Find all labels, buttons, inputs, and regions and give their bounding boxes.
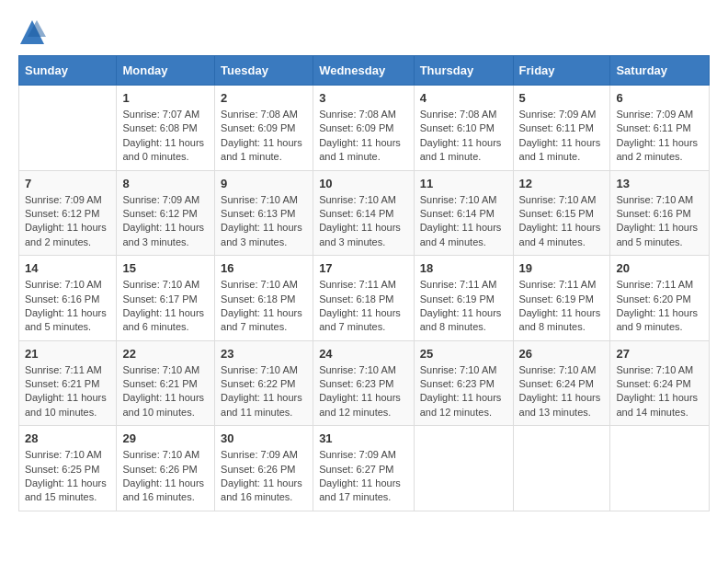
day-info: Sunrise: 7:09 AM Sunset: 6:26 PM Dayligh…: [221, 448, 307, 505]
day-number: 2: [221, 91, 307, 105]
calendar-cell: 21Sunrise: 7:11 AM Sunset: 6:21 PM Dayli…: [19, 340, 117, 426]
calendar-cell: 4Sunrise: 7:08 AM Sunset: 6:10 PM Daylig…: [414, 86, 513, 171]
day-info: Sunrise: 7:10 AM Sunset: 6:25 PM Dayligh…: [25, 448, 110, 505]
calendar-cell: 8Sunrise: 7:09 AM Sunset: 6:12 PM Daylig…: [117, 170, 215, 256]
week-row-3: 14Sunrise: 7:10 AM Sunset: 6:16 PM Dayli…: [19, 256, 710, 341]
calendar-cell: 20Sunrise: 7:11 AM Sunset: 6:20 PM Dayli…: [610, 256, 710, 341]
calendar-cell: 7Sunrise: 7:09 AM Sunset: 6:12 PM Daylig…: [19, 170, 117, 256]
day-number: 15: [122, 261, 209, 275]
week-row-2: 7Sunrise: 7:09 AM Sunset: 6:12 PM Daylig…: [19, 170, 710, 256]
calendar-cell: 18Sunrise: 7:11 AM Sunset: 6:19 PM Dayli…: [414, 256, 513, 341]
day-info: Sunrise: 7:08 AM Sunset: 6:09 PM Dayligh…: [221, 108, 307, 165]
day-number: 7: [25, 177, 110, 190]
calendar-cell: 14Sunrise: 7:10 AM Sunset: 6:16 PM Dayli…: [19, 256, 117, 341]
calendar-cell: 22Sunrise: 7:10 AM Sunset: 6:21 PM Dayli…: [117, 340, 215, 426]
calendar-cell: 26Sunrise: 7:10 AM Sunset: 6:24 PM Dayli…: [513, 340, 610, 426]
day-info: Sunrise: 7:10 AM Sunset: 6:14 PM Dayligh…: [420, 193, 507, 250]
calendar-cell: 13Sunrise: 7:10 AM Sunset: 6:16 PM Dayli…: [610, 170, 710, 256]
calendar-cell: [513, 426, 610, 511]
day-info: Sunrise: 7:09 AM Sunset: 6:12 PM Dayligh…: [122, 193, 209, 250]
calendar-cell: 25Sunrise: 7:10 AM Sunset: 6:23 PM Dayli…: [414, 340, 513, 426]
calendar-header: SundayMondayTuesdayWednesdayThursdayFrid…: [19, 56, 710, 86]
day-info: Sunrise: 7:10 AM Sunset: 6:21 PM Dayligh…: [122, 363, 209, 420]
day-number: 13: [616, 177, 703, 190]
calendar-cell: 16Sunrise: 7:10 AM Sunset: 6:18 PM Dayli…: [215, 256, 313, 341]
calendar-cell: 10Sunrise: 7:10 AM Sunset: 6:14 PM Dayli…: [313, 170, 415, 256]
day-info: Sunrise: 7:07 AM Sunset: 6:08 PM Dayligh…: [122, 108, 209, 165]
header-day-sunday: Sunday: [19, 56, 117, 86]
header: [18, 18, 710, 46]
day-number: 4: [420, 91, 507, 105]
day-info: Sunrise: 7:10 AM Sunset: 6:17 PM Dayligh…: [122, 278, 209, 335]
day-number: 25: [420, 347, 507, 361]
calendar-cell: 1Sunrise: 7:07 AM Sunset: 6:08 PM Daylig…: [117, 86, 215, 171]
day-info: Sunrise: 7:11 AM Sunset: 6:19 PM Dayligh…: [420, 278, 507, 335]
calendar-cell: 9Sunrise: 7:10 AM Sunset: 6:13 PM Daylig…: [215, 170, 313, 256]
calendar-table: SundayMondayTuesdayWednesdayThursdayFrid…: [18, 55, 710, 511]
header-day-wednesday: Wednesday: [313, 56, 415, 86]
calendar-cell: 6Sunrise: 7:09 AM Sunset: 6:11 PM Daylig…: [610, 86, 710, 171]
day-number: 26: [519, 347, 605, 361]
day-number: 16: [221, 261, 307, 275]
day-info: Sunrise: 7:09 AM Sunset: 6:12 PM Dayligh…: [25, 193, 110, 250]
day-number: 23: [221, 347, 307, 361]
day-info: Sunrise: 7:10 AM Sunset: 6:23 PM Dayligh…: [420, 363, 507, 420]
header-day-tuesday: Tuesday: [215, 56, 313, 86]
day-number: 29: [122, 431, 209, 445]
calendar-cell: 30Sunrise: 7:09 AM Sunset: 6:26 PM Dayli…: [215, 426, 313, 511]
logo: [18, 18, 50, 46]
day-info: Sunrise: 7:10 AM Sunset: 6:16 PM Dayligh…: [25, 278, 110, 335]
calendar-cell: 27Sunrise: 7:10 AM Sunset: 6:24 PM Dayli…: [610, 340, 710, 426]
day-info: Sunrise: 7:10 AM Sunset: 6:15 PM Dayligh…: [519, 193, 605, 250]
day-number: 31: [319, 431, 408, 445]
calendar-cell: 3Sunrise: 7:08 AM Sunset: 6:09 PM Daylig…: [313, 86, 415, 171]
day-number: 12: [519, 177, 605, 190]
calendar-cell: 15Sunrise: 7:10 AM Sunset: 6:17 PM Dayli…: [117, 256, 215, 341]
calendar-cell: 2Sunrise: 7:08 AM Sunset: 6:09 PM Daylig…: [215, 86, 313, 171]
header-day-monday: Monday: [117, 56, 215, 86]
week-row-4: 21Sunrise: 7:11 AM Sunset: 6:21 PM Dayli…: [19, 340, 710, 426]
day-number: 22: [122, 347, 209, 361]
day-info: Sunrise: 7:11 AM Sunset: 6:19 PM Dayligh…: [519, 278, 605, 335]
day-number: 10: [319, 177, 408, 190]
header-day-thursday: Thursday: [414, 56, 513, 86]
logo-icon: [18, 18, 46, 46]
calendar-cell: 17Sunrise: 7:11 AM Sunset: 6:18 PM Dayli…: [313, 256, 415, 341]
day-number: 5: [519, 91, 605, 105]
calendar-cell: 5Sunrise: 7:09 AM Sunset: 6:11 PM Daylig…: [513, 86, 610, 171]
calendar-cell: 11Sunrise: 7:10 AM Sunset: 6:14 PM Dayli…: [414, 170, 513, 256]
day-number: 17: [319, 261, 408, 275]
day-number: 11: [420, 177, 507, 190]
day-info: Sunrise: 7:10 AM Sunset: 6:22 PM Dayligh…: [221, 363, 307, 420]
calendar-cell: [19, 86, 117, 171]
day-number: 27: [616, 347, 703, 361]
header-day-friday: Friday: [513, 56, 610, 86]
week-row-1: 1Sunrise: 7:07 AM Sunset: 6:08 PM Daylig…: [19, 86, 710, 171]
day-info: Sunrise: 7:11 AM Sunset: 6:20 PM Dayligh…: [616, 278, 703, 335]
header-row: SundayMondayTuesdayWednesdayThursdayFrid…: [19, 56, 710, 86]
calendar-cell: 19Sunrise: 7:11 AM Sunset: 6:19 PM Dayli…: [513, 256, 610, 341]
day-info: Sunrise: 7:10 AM Sunset: 6:24 PM Dayligh…: [519, 363, 605, 420]
day-info: Sunrise: 7:09 AM Sunset: 6:11 PM Dayligh…: [616, 108, 703, 165]
day-info: Sunrise: 7:09 AM Sunset: 6:27 PM Dayligh…: [319, 448, 408, 505]
day-number: 21: [25, 347, 110, 361]
day-info: Sunrise: 7:10 AM Sunset: 6:26 PM Dayligh…: [122, 448, 209, 505]
day-number: 9: [221, 177, 307, 190]
day-info: Sunrise: 7:10 AM Sunset: 6:16 PM Dayligh…: [616, 193, 703, 250]
day-info: Sunrise: 7:11 AM Sunset: 6:21 PM Dayligh…: [25, 363, 110, 420]
day-number: 6: [616, 91, 703, 105]
calendar-cell: [414, 426, 513, 511]
day-number: 20: [616, 261, 703, 275]
day-number: 1: [122, 91, 209, 105]
calendar-cell: 31Sunrise: 7:09 AM Sunset: 6:27 PM Dayli…: [313, 426, 415, 511]
calendar-body: 1Sunrise: 7:07 AM Sunset: 6:08 PM Daylig…: [19, 86, 710, 511]
day-number: 24: [319, 347, 408, 361]
day-info: Sunrise: 7:10 AM Sunset: 6:24 PM Dayligh…: [616, 363, 703, 420]
day-info: Sunrise: 7:08 AM Sunset: 6:10 PM Dayligh…: [420, 108, 507, 165]
day-number: 14: [25, 261, 110, 275]
calendar-cell: 28Sunrise: 7:10 AM Sunset: 6:25 PM Dayli…: [19, 426, 117, 511]
day-number: 3: [319, 91, 408, 105]
day-number: 8: [122, 177, 209, 190]
header-day-saturday: Saturday: [610, 56, 710, 86]
week-row-5: 28Sunrise: 7:10 AM Sunset: 6:25 PM Dayli…: [19, 426, 710, 511]
